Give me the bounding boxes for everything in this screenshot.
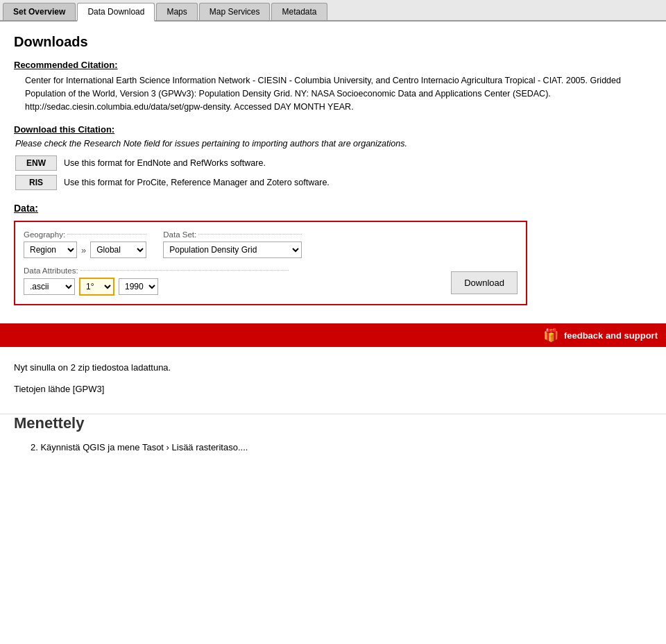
page-title: Downloads — [14, 34, 652, 50]
data-section: Data: Geography: Region Country Province — [14, 203, 652, 315]
enw-label: Use this format for EndNote and RefWorks… — [64, 158, 266, 168]
arrow-separator: » — [81, 245, 86, 255]
main-content: Downloads Recommended Citation: Center f… — [0, 22, 666, 328]
dataset-label-row: Data Set: — [163, 230, 302, 239]
recommended-citation-section: Recommended Citation: Center for Interna… — [14, 60, 652, 113]
tab-bar: Set Overview Data Download Maps Map Serv… — [0, 0, 666, 22]
geo-dotted-line — [67, 234, 146, 235]
attributes-group: Data Attributes: .ascii .geotiff .ascii.… — [24, 261, 440, 296]
ris-label: Use this format for ProCite, Reference M… — [64, 178, 330, 187]
attributes-label-row: Data Attributes: — [24, 266, 440, 275]
attrs-dotted-line — [80, 270, 289, 271]
ris-button[interactable]: RIS — [15, 175, 57, 190]
ris-row: RIS Use this format for ProCite, Referen… — [15, 175, 652, 190]
geography-group: Geography: Region Country Province » Glo… — [24, 230, 146, 258]
format-select[interactable]: .ascii .geotiff .ascii.gz — [24, 278, 75, 295]
info-section: Nyt sinulla on 2 zip tiedostoa ladattuna… — [0, 347, 666, 402]
global-select[interactable]: Global Africa Asia Europe Americas — [90, 242, 146, 258]
procedure-item-1: 2. Käynnistä QGIS ja mene Tasot › Lisää … — [31, 441, 652, 455]
dataset-label: Data Set: — [163, 230, 196, 239]
tab-metadata[interactable]: Metadata — [271, 3, 327, 20]
tab-data-download[interactable]: Data Download — [77, 3, 155, 22]
attributes-controls: .ascii .geotiff .ascii.gz 1° 2.5' 15' 30… — [24, 278, 440, 296]
tab-set-overview[interactable]: Set Overview — [3, 3, 76, 20]
procedure-section: Menettely 2. Käynnistä QGIS ja mene Taso… — [0, 414, 666, 469]
dataset-select[interactable]: Population Density Grid Population Count… — [163, 242, 302, 258]
geography-label: Geography: — [24, 230, 65, 239]
geography-label-row: Geography: — [24, 230, 146, 239]
resolution-select[interactable]: 1° 2.5' 15' 30' 60' — [79, 278, 114, 296]
data-box: Geography: Region Country Province » Glo… — [14, 221, 527, 305]
data-section-title: Data: — [14, 203, 652, 214]
attributes-label: Data Attributes: — [24, 266, 78, 275]
feedback-bar[interactable]: 🎁 feedback and support — [0, 323, 666, 347]
region-select[interactable]: Region Country Province — [24, 242, 77, 258]
enw-button[interactable]: ENW — [15, 155, 57, 171]
dataset-dotted-line — [198, 234, 302, 235]
enw-row: ENW Use this format for EndNote and RefW… — [15, 155, 652, 171]
download-button[interactable]: Download — [451, 271, 518, 294]
tab-maps[interactable]: Maps — [156, 3, 197, 20]
geo-dataset-row: Geography: Region Country Province » Glo… — [24, 230, 518, 258]
recommended-citation-heading: Recommended Citation: — [14, 60, 652, 70]
download-citation-heading: Download this Citation: — [14, 124, 652, 135]
tab-map-services[interactable]: Map Services — [199, 3, 271, 20]
dataset-controls: Population Density Grid Population Count… — [163, 242, 302, 258]
info-line2: Tietojen lähde [GPW3] — [14, 382, 652, 397]
info-line1: Nyt sinulla on 2 zip tiedostoa ladattuna… — [14, 361, 652, 375]
download-citation-section: Download this Citation: Please check the… — [14, 124, 652, 149]
feedback-icon: 🎁 — [543, 328, 558, 343]
feedback-text: feedback and support — [564, 330, 658, 341]
geography-controls: Region Country Province » Global Africa … — [24, 242, 146, 258]
bottom-row: Data Attributes: .ascii .geotiff .ascii.… — [24, 261, 518, 296]
citation-buttons: ENW Use this format for EndNote and RefW… — [15, 155, 652, 190]
citation-note: Please check the Research Note field for… — [15, 139, 652, 149]
procedure-title: Menettely — [14, 414, 652, 432]
year-select[interactable]: 1990 1995 2000 — [119, 278, 158, 295]
citation-text: Center for International Earth Science I… — [25, 74, 652, 113]
dataset-group: Data Set: Population Density Grid Popula… — [163, 230, 302, 258]
